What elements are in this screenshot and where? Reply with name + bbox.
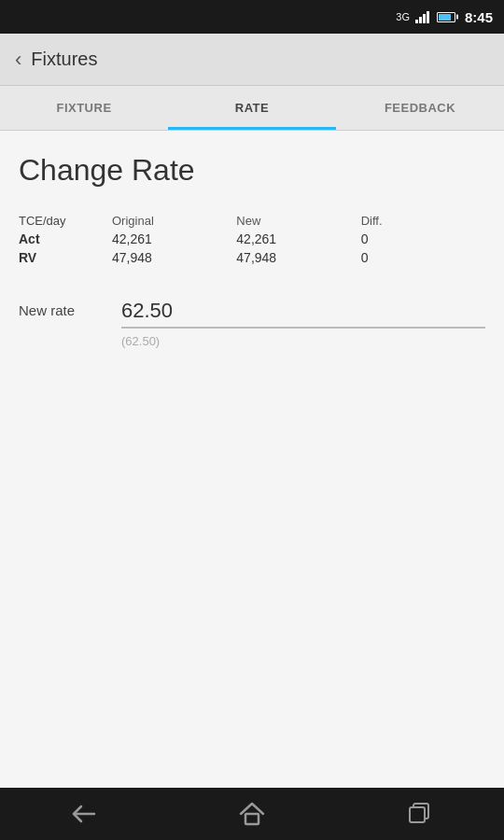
new-rate-input-area: (62.50) bbox=[121, 295, 485, 348]
main-content: Change Rate TCE/day Original New Diff. A… bbox=[0, 131, 504, 788]
tab-fixture[interactable]: FIXTURE bbox=[0, 86, 168, 130]
new-rate-label: New rate bbox=[19, 295, 121, 318]
rate-table: TCE/day Original New Diff. Act 42,261 42… bbox=[19, 214, 485, 265]
row-rv-original: 47,948 bbox=[112, 250, 236, 265]
row-rv-diff: 0 bbox=[361, 250, 485, 265]
col-diff-header: Diff. bbox=[361, 214, 485, 228]
network-indicator: 3G bbox=[396, 11, 410, 22]
svg-rect-1 bbox=[245, 814, 259, 824]
svg-rect-3 bbox=[410, 807, 425, 822]
back-nav-icon bbox=[72, 805, 96, 823]
signal-icon bbox=[415, 10, 429, 23]
new-rate-input[interactable] bbox=[121, 295, 485, 329]
status-bar: 3G 8:45 bbox=[0, 0, 504, 34]
table-header-row: TCE/day Original New Diff. bbox=[19, 214, 485, 228]
status-time: 8:45 bbox=[465, 9, 493, 25]
table-row: Act 42,261 42,261 0 bbox=[19, 231, 485, 246]
table-row: RV 47,948 47,948 0 bbox=[19, 250, 485, 265]
row-act-label: Act bbox=[19, 231, 112, 246]
col-tce-header: TCE/day bbox=[19, 214, 112, 228]
new-rate-section: New rate (62.50) bbox=[19, 295, 485, 348]
page-title: Change Rate bbox=[19, 153, 485, 188]
col-original-header: Original bbox=[112, 214, 236, 228]
tab-feedback[interactable]: FEEDBACK bbox=[336, 86, 504, 130]
row-act-original: 42,261 bbox=[112, 231, 236, 246]
row-act-diff: 0 bbox=[361, 231, 485, 246]
home-nav-button[interactable] bbox=[220, 794, 284, 833]
recents-nav-icon bbox=[408, 802, 432, 826]
back-button[interactable]: ‹ bbox=[15, 48, 21, 72]
tabs-bar: FIXTURE RATE FEEDBACK bbox=[0, 86, 504, 131]
battery-icon bbox=[437, 12, 455, 22]
app-title: Fixtures bbox=[31, 49, 97, 70]
row-rv-label: RV bbox=[19, 250, 112, 265]
tab-rate[interactable]: RATE bbox=[168, 86, 336, 130]
status-bar-right: 3G 8:45 bbox=[396, 9, 493, 25]
back-nav-button[interactable] bbox=[53, 797, 115, 831]
recents-nav-button[interactable] bbox=[389, 794, 451, 833]
col-new-header: New bbox=[236, 214, 360, 228]
new-rate-hint: (62.50) bbox=[121, 334, 485, 348]
row-act-new: 42,261 bbox=[236, 231, 360, 246]
row-rv-new: 47,948 bbox=[236, 250, 360, 265]
bottom-nav bbox=[0, 788, 504, 840]
home-nav-icon bbox=[239, 802, 265, 826]
action-bar: ‹ Fixtures bbox=[0, 34, 504, 86]
